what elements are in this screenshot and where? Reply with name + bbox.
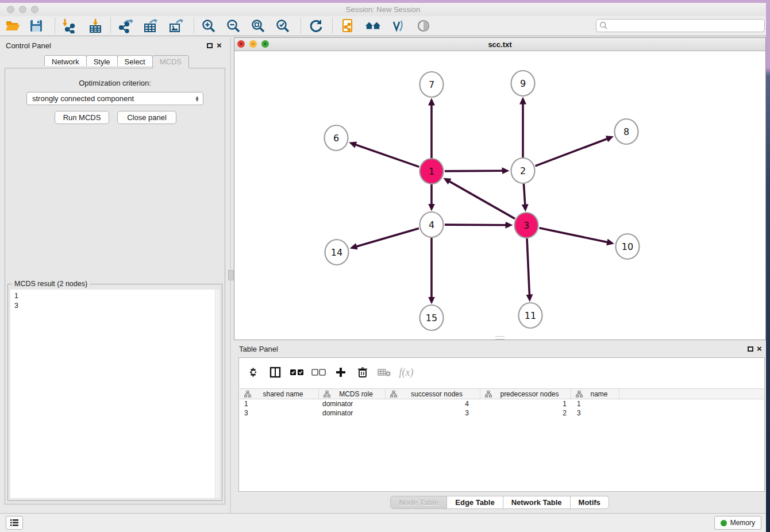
delete-row-icon[interactable] (354, 365, 371, 380)
zoom-out-icon[interactable] (225, 18, 241, 34)
control-panel-float-icon[interactable] (207, 43, 213, 48)
network-canvas[interactable]: 1234678910111415 (234, 51, 765, 340)
export-image-icon[interactable] (168, 18, 184, 34)
show-eye-icon[interactable] (415, 18, 432, 34)
edge-2-3[interactable] (523, 184, 525, 205)
column-label: name (585, 390, 619, 398)
node-3[interactable]: 3 (515, 213, 538, 238)
memory-label: Memory (730, 519, 755, 527)
edge-1-6[interactable] (356, 145, 419, 167)
node-14[interactable]: 14 (325, 240, 349, 265)
node-15[interactable]: 15 (420, 305, 444, 330)
table-rows: 1dominator4113dominator323 (240, 399, 764, 418)
column-header-successor-nodes[interactable]: successor nodes (386, 389, 480, 399)
column-settings-gear-icon[interactable] (245, 365, 262, 380)
criterion-dropdown[interactable]: strongly connected component ▲▼ (26, 92, 203, 105)
edge-2-8[interactable] (536, 139, 607, 166)
node-7[interactable]: 7 (420, 72, 444, 97)
node-10[interactable]: 10 (616, 234, 640, 259)
column-header-predecessor-nodes[interactable]: predecessor nodes (480, 389, 571, 399)
table-row[interactable]: 3dominator323 (240, 408, 764, 418)
memory-status-icon (721, 520, 727, 526)
table-cell: 1 (240, 400, 319, 408)
table-header-row: shared nameMCDS rolesuccessor nodesprede… (240, 388, 764, 399)
table-panel-close-icon[interactable]: × (757, 345, 762, 352)
node-9[interactable]: 9 (511, 71, 535, 96)
select-all-checkboxes-icon[interactable] (288, 365, 306, 380)
home-layout-icon[interactable] (365, 18, 381, 34)
search-box[interactable] (596, 19, 765, 32)
node-label: 15 (426, 313, 437, 323)
add-row-icon[interactable] (332, 365, 349, 380)
edge-4-14[interactable] (357, 228, 419, 246)
export-network-icon[interactable] (118, 18, 134, 34)
mcds-panel: Optimization criterion: strongly connect… (5, 68, 225, 504)
hide-graphics-details-icon[interactable] (390, 18, 406, 34)
close-panel-button[interactable]: Close panel (117, 111, 176, 124)
column-label: successor nodes (399, 390, 480, 398)
zoom-in-icon[interactable] (201, 18, 217, 34)
search-input[interactable] (608, 20, 764, 31)
network-window-titlebar[interactable]: × − + scc.txt (234, 38, 765, 51)
main-toolbar (0, 16, 766, 36)
save-session-icon[interactable] (28, 18, 44, 34)
panel-divider-grip[interactable] (228, 270, 234, 280)
open-session-icon[interactable] (5, 18, 21, 34)
edge-3-1[interactable] (449, 182, 515, 219)
network-from-file-icon[interactable] (340, 18, 356, 34)
show-column-icon[interactable] (267, 365, 284, 380)
node-4[interactable]: 4 (420, 212, 444, 237)
edge-1-2[interactable] (445, 171, 502, 171)
node-label: 2 (520, 165, 526, 176)
tab-select[interactable]: Select (117, 55, 153, 66)
table-cell: dominator (319, 409, 386, 417)
table-cell: 3 (240, 409, 319, 417)
mcds-result-area[interactable]: 13 (10, 290, 220, 498)
column-header-name[interactable]: name (571, 389, 619, 399)
task-history-button[interactable] (6, 516, 23, 530)
tab-mcds[interactable]: MCDS (152, 55, 189, 68)
import-table-icon[interactable] (87, 18, 103, 34)
node-1[interactable]: 1 (420, 159, 444, 184)
dropdown-stepper-icon: ▲▼ (195, 96, 199, 102)
zoom-fit-icon[interactable] (250, 18, 266, 34)
export-table-icon[interactable] (143, 18, 159, 34)
edge-3-11[interactable] (527, 238, 529, 295)
tab-edge-table[interactable]: Edge Table (446, 496, 503, 509)
node-11[interactable]: 11 (519, 303, 542, 328)
app-title: Session: New Session (0, 5, 766, 14)
result-scrollbar[interactable] (215, 290, 220, 498)
control-panel-close-icon[interactable]: × (217, 42, 222, 49)
node-8[interactable]: 8 (615, 119, 638, 144)
refresh-network-icon[interactable] (308, 18, 324, 34)
toolbar-separator (110, 18, 111, 33)
table-row[interactable]: 1dominator411 (240, 399, 764, 408)
edge-4-3[interactable] (445, 225, 506, 225)
node-6[interactable]: 6 (325, 125, 348, 151)
zoom-selected-icon[interactable] (275, 18, 291, 34)
node-2[interactable]: 2 (511, 158, 535, 183)
tab-network-table[interactable]: Network Table (503, 496, 571, 509)
edge-3-10[interactable] (540, 228, 607, 242)
import-network-icon[interactable] (60, 18, 76, 34)
toolbar-separator (55, 18, 55, 33)
memory-button[interactable]: Memory (714, 516, 761, 530)
network-window-title: scc.txt (234, 40, 765, 49)
run-mcds-button[interactable]: Run MCDS (55, 111, 109, 124)
tab-motifs[interactable]: Motifs (570, 496, 609, 509)
table-cell: 1 (571, 400, 619, 408)
desktop-wallpaper-edge (766, 0, 770, 532)
table-panel-tabs: Node TableEdge TableNetwork TableMotifs (234, 496, 766, 509)
toolbar-separator (332, 18, 333, 33)
column-header-shared-name[interactable]: shared name (240, 389, 319, 399)
toolbar-separator (301, 18, 301, 33)
deselect-all-checkboxes-icon[interactable] (310, 365, 328, 380)
node-label: 11 (525, 310, 536, 321)
tab-node-table[interactable]: Node Table (390, 496, 447, 509)
window-resize-grip[interactable] (495, 336, 505, 340)
table-panel-float-icon[interactable] (748, 346, 753, 352)
tab-style[interactable]: Style (86, 55, 118, 66)
node-label: 9 (520, 78, 526, 89)
column-header-MCDS-role[interactable]: MCDS role (319, 389, 386, 399)
tab-network[interactable]: Network (44, 55, 87, 66)
